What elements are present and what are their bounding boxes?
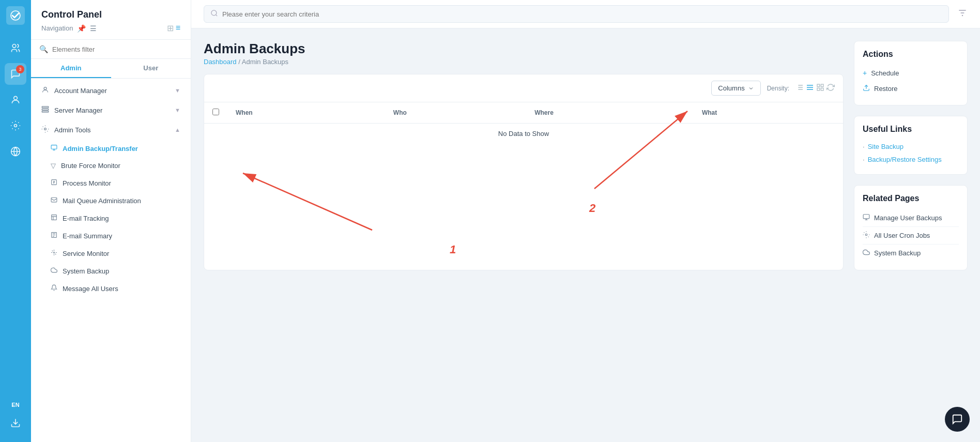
right-panel: Actions + Schedule Restore Useful Links <box>854 41 968 270</box>
process-monitor-label: Process Monitor <box>63 179 111 187</box>
all-user-cron-jobs-link[interactable]: All User Cron Jobs <box>863 227 959 245</box>
restore-action[interactable]: Restore <box>863 81 959 97</box>
site-backup-label: Site Backup <box>868 143 904 150</box>
sidebar-subitem-service-monitor[interactable]: Service Monitor <box>31 245 191 262</box>
backup-restore-settings-label: Backup/Restore Settings <box>868 156 942 163</box>
cron-jobs-icon <box>863 231 870 240</box>
email-summary-icon <box>51 232 57 240</box>
svg-point-18 <box>53 252 54 253</box>
svg-point-34 <box>865 234 867 236</box>
svg-rect-15 <box>51 197 57 202</box>
nav-label: Navigation <box>41 24 73 32</box>
svg-point-2 <box>14 96 18 100</box>
table-card: Columns Density: <box>204 74 844 270</box>
page-area-wrapper: Admin Backups Dashboard / Admin Backups … <box>191 28 980 442</box>
sidebar-subitem-message-all-users[interactable]: Message All Users <box>31 280 191 297</box>
sidebar-subitem-admin-backup[interactable]: Admin Backup/Transfer <box>31 140 191 157</box>
density-buttons <box>795 83 835 94</box>
sidebar-subitem-email-tracking[interactable]: E-mail Tracking <box>31 209 191 227</box>
account-manager-chevron: ▼ <box>175 87 180 94</box>
tab-row: Admin User <box>31 59 191 79</box>
sidebar-nav-row: Navigation 📌 ☰ ⊞ ≡ <box>41 23 180 33</box>
app-logo[interactable] <box>6 6 25 25</box>
nav-settings-icon[interactable] <box>5 115 26 136</box>
tab-user[interactable]: User <box>111 59 191 78</box>
manage-backups-icon <box>863 214 870 222</box>
backup-restore-settings-link[interactable]: · Backup/Restore Settings <box>863 153 959 166</box>
schedule-label: Schedule <box>871 69 899 77</box>
data-table: When Who Where What No Data to Show <box>204 102 843 144</box>
sidebar-header: Control Panel Navigation 📌 ☰ ⊞ ≡ <box>31 0 191 40</box>
admin-tools-label: Admin Tools <box>54 126 170 134</box>
table-head: When Who Where What <box>204 102 843 124</box>
top-bar <box>191 0 980 28</box>
content-panel: Admin Backups Dashboard / Admin Backups … <box>204 41 844 270</box>
sidebar-subitem-brute-force[interactable]: ▽ Brute Force Monitor <box>31 157 191 174</box>
no-data-cell: No Data to Show <box>204 124 843 144</box>
grid-view-btn[interactable]: ⊞ <box>167 23 174 33</box>
sidebar-subitem-mail-queue[interactable]: Mail Queue Administration <box>31 192 191 209</box>
manage-user-backups-label: Manage User Backups <box>874 214 942 222</box>
tab-admin[interactable]: Admin <box>31 59 111 78</box>
email-summary-label: E-mail Summary <box>63 232 112 240</box>
restore-label: Restore <box>874 85 898 93</box>
svg-point-19 <box>211 10 217 16</box>
site-backup-link[interactable]: · Site Backup <box>863 140 959 153</box>
th-when: When <box>227 102 385 124</box>
server-manager-chevron: ▼ <box>175 107 180 113</box>
pin-icon[interactable]: 📌 <box>77 24 86 33</box>
svg-point-1 <box>12 44 16 48</box>
account-manager-icon <box>41 86 49 95</box>
nav-globe-icon[interactable] <box>5 141 26 162</box>
sidebar-subitem-process-monitor[interactable]: Process Monitor <box>31 174 191 192</box>
system-backup-label: System Backup <box>63 267 109 275</box>
admin-tools-chevron: ▲ <box>175 127 180 133</box>
filter-settings-icon[interactable] <box>957 8 968 21</box>
th-who: Who <box>385 102 526 124</box>
svg-rect-28 <box>817 88 820 90</box>
density-compact-btn[interactable] <box>795 83 804 94</box>
admin-backup-icon <box>51 144 57 153</box>
svg-rect-9 <box>42 111 49 113</box>
chat-fab[interactable] <box>945 407 970 432</box>
actions-panel: Actions + Schedule Restore <box>854 41 968 105</box>
sidebar-item-admin-tools[interactable]: Admin Tools ▲ <box>31 120 191 140</box>
breadcrumb-home[interactable]: Dashboard <box>204 58 237 66</box>
system-backup-link[interactable]: System Backup <box>863 245 959 262</box>
svg-rect-26 <box>817 84 820 87</box>
system-backup-related-icon <box>863 249 870 257</box>
select-all-checkbox[interactable] <box>212 109 219 115</box>
email-tracking-icon <box>51 214 57 222</box>
admin-backup-label: Admin Backup/Transfer <box>63 145 138 153</box>
columns-button[interactable]: Columns <box>711 81 760 96</box>
sidebar-subitem-system-backup[interactable]: System Backup <box>31 262 191 280</box>
density-comfortable-btn[interactable] <box>816 83 824 94</box>
search-wrap <box>204 5 949 23</box>
elements-filter-input[interactable] <box>52 45 182 53</box>
list-view-btn[interactable]: ≡ <box>176 23 180 33</box>
th-where: Where <box>526 102 694 124</box>
sidebar-item-account-manager[interactable]: Account Manager ▼ <box>31 81 191 100</box>
server-manager-icon <box>41 105 49 115</box>
brute-force-icon: ▽ <box>51 162 56 170</box>
service-monitor-icon <box>51 249 57 257</box>
sidebar-subitem-email-summary[interactable]: E-mail Summary <box>31 227 191 245</box>
nav-users-icon[interactable] <box>5 37 26 59</box>
svg-rect-8 <box>42 109 49 110</box>
link-dot-2: · <box>863 156 865 163</box>
sidebar-item-server-manager[interactable]: Server Manager ▼ <box>31 100 191 120</box>
search-input[interactable] <box>222 10 942 18</box>
density-medium-btn[interactable] <box>806 83 814 94</box>
schedule-icon: + <box>863 69 867 77</box>
manage-user-backups-link[interactable]: Manage User Backups <box>863 209 959 227</box>
nav-download-icon[interactable] <box>5 412 26 434</box>
schedule-action[interactable]: + Schedule <box>863 65 959 81</box>
list-icon[interactable]: ☰ <box>90 24 97 33</box>
mail-queue-icon <box>51 196 57 205</box>
svg-rect-29 <box>821 88 823 90</box>
language-label[interactable]: EN <box>11 402 19 408</box>
refresh-btn[interactable] <box>826 83 835 94</box>
nav-profile-icon[interactable] <box>5 89 26 111</box>
actions-title: Actions <box>863 50 959 59</box>
nav-messages-icon[interactable]: 3 <box>5 63 26 85</box>
